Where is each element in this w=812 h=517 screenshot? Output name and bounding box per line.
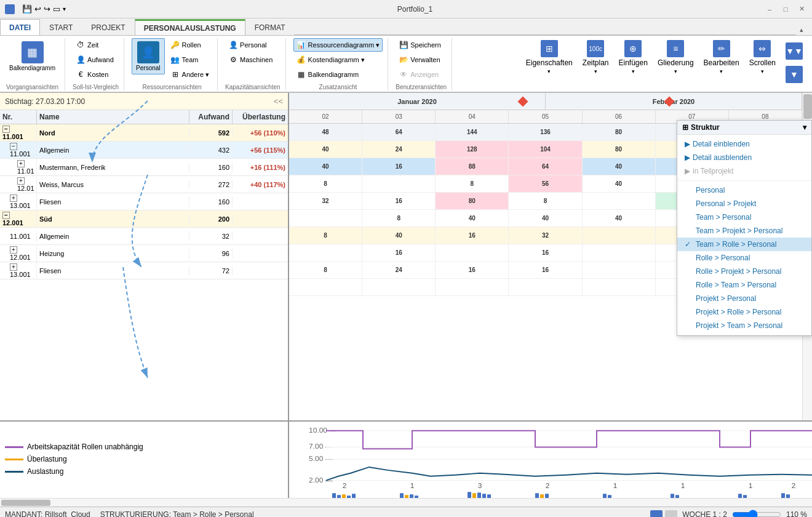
detail-einblenden[interactable]: ▶ Detail einblenden <box>677 137 811 151</box>
anzeigen-button[interactable]: 👁Anzeigen <box>396 68 444 81</box>
svg-text:2: 2 <box>343 482 347 491</box>
zusatz-balken-button[interactable]: ▦Balkendiagramm <box>293 68 383 81</box>
cell-nr: − 11.001 <box>0 141 37 159</box>
chart-cell <box>289 210 362 226</box>
table-row[interactable]: − 11.001 Allgemein 432 +56 (115%) <box>0 142 288 159</box>
zoom-slider[interactable] <box>732 510 781 518</box>
bearbeiten-icon: ✏ <box>713 40 730 57</box>
personal-large-button[interactable]: 👤 Personal <box>132 38 164 74</box>
expand-icon[interactable]: − <box>10 143 17 150</box>
expand-icon[interactable]: + <box>17 160 25 167</box>
structure-item[interactable]: Personal > Projekt <box>677 197 811 210</box>
table-row[interactable]: 11.001 Allgemein 32 <box>0 228 288 245</box>
structure-item[interactable]: Rolle > Team > Personal <box>677 278 811 292</box>
kostendiagramm-button[interactable]: 💰Kostendiagramm ▾ <box>293 53 383 66</box>
balkendiagramm-button[interactable]: ▦ Balkendiagramm <box>5 38 60 74</box>
soll-col: ⏱Zeit 👤Aufwand €Kosten <box>73 38 117 81</box>
gliederung-dropdown[interactable]: ▾ <box>674 68 677 74</box>
cell-aufwand: 592 <box>189 128 233 138</box>
minimize-button[interactable]: – <box>764 4 775 15</box>
verwalten-button[interactable]: 📂Verwalten <box>396 53 444 66</box>
structure-item[interactable]: Projekt > Rolle > Personal <box>677 305 811 319</box>
structure-item[interactable]: Rolle > Personal <box>677 251 811 265</box>
maschinen-button[interactable]: ⚙Maschinen <box>225 53 276 66</box>
horizontal-scrollbar[interactable] <box>0 498 812 507</box>
bottom-legend: Arbeitskapazität Rollen unabhängig Überl… <box>0 422 289 507</box>
aufwand-button[interactable]: 👤Aufwand <box>73 53 117 66</box>
ribbon-collapse[interactable]: ▴ <box>796 24 807 35</box>
cell-aufwand: 160 <box>189 162 233 172</box>
maximize-button[interactable]: □ <box>780 4 791 15</box>
filter2-button[interactable]: ▼ <box>781 64 807 85</box>
tab-projekt[interactable]: PROJEKT <box>82 19 134 35</box>
table-row[interactable]: + 11.01 Mustermann, Frederik 160 +16 (11… <box>0 159 288 176</box>
kapazitaet-personal-button[interactable]: 👤Personal <box>225 38 276 52</box>
einfuegen-button[interactable]: ⊕ Einfügen ▾ <box>615 38 652 76</box>
table-row[interactable]: + 12.001 Heizung 96 <box>0 245 288 262</box>
filter1-button[interactable]: ▼▼ <box>781 41 807 62</box>
table-row[interactable]: + 13.001 Fliesen 160 <box>0 193 288 210</box>
rollen-button[interactable]: 🔑Rollen <box>167 38 213 52</box>
gliederung-button[interactable]: ≡ Gliederung ▾ <box>653 38 698 76</box>
table-row[interactable]: + 12.01 Weiss, Marcus 272 +40 (117%) <box>0 176 288 193</box>
scroll-thumb[interactable] <box>803 94 812 119</box>
speichern-button[interactable]: 💾Speichern <box>396 38 444 52</box>
structure-item[interactable]: Rolle > Projekt > Personal <box>677 265 811 278</box>
bearbeiten-dropdown[interactable]: ▾ <box>720 68 723 74</box>
dropdown-overlay: ⊞ Struktur ▾ ▶ Detail einblenden ▶ Detai… <box>677 120 812 336</box>
table-row[interactable]: − 11.001 Nord 592 +56 (110%) <box>0 124 288 142</box>
table-row[interactable]: + 13.001 Fliesen 72 <box>0 262 288 279</box>
andere-button[interactable]: ⊞Andere ▾ <box>167 68 213 81</box>
eigenschaften-button[interactable]: ⊞ Eigenschaften ▾ <box>522 38 577 76</box>
quick-redo[interactable]: ↪ <box>44 4 50 14</box>
close-button[interactable]: ✕ <box>796 4 807 15</box>
zeitplan-dropdown[interactable]: ▾ <box>594 68 597 74</box>
cell-nr: + 13.001 <box>0 262 37 279</box>
expand-icon[interactable]: + <box>10 246 17 254</box>
detail-ausblenden[interactable]: ▶ Detail ausblenden <box>677 151 811 164</box>
structure-item[interactable]: Projekt > Team > Personal <box>677 319 811 332</box>
tab-personalauslastung[interactable]: PERSONALAUSLASTUNG <box>135 19 245 35</box>
structure-item[interactable]: Projekt > Personal <box>677 292 811 305</box>
expand-icon[interactable]: − <box>2 212 10 219</box>
structure-item[interactable]: Team > Personal <box>677 210 811 224</box>
tab-start[interactable]: START <box>40 19 82 35</box>
structure-item[interactable]: Personal <box>677 183 811 197</box>
cell-name: Fliesen <box>37 197 189 207</box>
einfuegen-dropdown[interactable]: ▾ <box>632 68 635 74</box>
in-teilprojekt[interactable]: ▶ in Teilprojekt <box>677 164 811 178</box>
bearbeiten-button[interactable]: ✏ Bearbeiten ▾ <box>699 38 744 76</box>
quick-window[interactable]: ▭ <box>53 4 60 14</box>
quick-save[interactable]: 💾 <box>22 4 32 14</box>
scrollen-button[interactable]: ⇔ Scrollen ▾ <box>745 38 780 76</box>
ribbon-items-ressourcen: 👤 Personal 🔑Rollen 👥Team ⊞Andere ▾ <box>132 38 212 81</box>
zeit-button[interactable]: ⏱Zeit <box>73 38 117 52</box>
expand-icon[interactable]: + <box>17 177 25 185</box>
h-scroll-thumb[interactable] <box>1 500 50 506</box>
tab-datei[interactable]: DATEI <box>0 19 40 35</box>
nav-arrow-left[interactable]: << <box>274 97 283 106</box>
team-button[interactable]: 👥Team <box>167 53 213 66</box>
table-row[interactable]: − 12.001 Süd 200 <box>0 210 288 228</box>
structure-item[interactable]: Team > Projekt > Personal <box>677 224 811 238</box>
ribbon-group-items: ▦ Balkendiagramm <box>5 38 60 81</box>
quick-undo[interactable]: ↩ <box>34 4 41 14</box>
kosten-button[interactable]: €Kosten <box>73 68 117 81</box>
chart-cell: 80 <box>583 141 656 158</box>
zeitplan-button[interactable]: 100c Zeitplan ▾ <box>578 38 613 76</box>
detail-einblenden-label: Detail einblenden <box>693 140 750 148</box>
expand-icon[interactable]: − <box>2 126 10 133</box>
cell-ueberlastung <box>233 270 288 272</box>
bearbeiten-label: Bearbeiten <box>704 58 739 67</box>
einfuegen-label: Einfügen <box>619 58 648 67</box>
scrollen-dropdown[interactable]: ▾ <box>761 68 764 74</box>
expand-icon[interactable]: + <box>10 263 17 271</box>
expand-icon[interactable]: + <box>10 194 17 202</box>
ressourcendiagramm-button[interactable]: 📊Ressourcendiagramm ▾ <box>293 38 383 52</box>
tab-format[interactable]: FORMAT <box>245 19 295 35</box>
gliederung-label: Gliederung <box>658 58 694 67</box>
cell-name: Fliesen <box>37 266 189 276</box>
structure-item[interactable]: ✓ Team > Rolle > Personal <box>677 238 811 251</box>
chart-cell <box>436 244 509 261</box>
eigenschaften-dropdown[interactable]: ▾ <box>547 68 551 74</box>
